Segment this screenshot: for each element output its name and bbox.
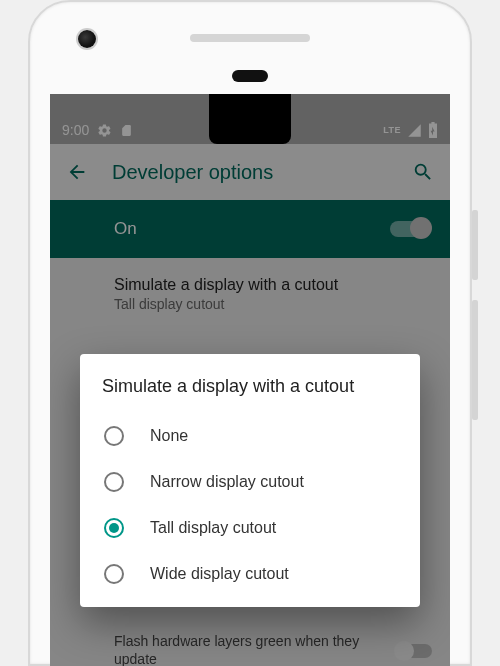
radio-option[interactable]: Tall display cutout [102,505,398,551]
radio-label: Tall display cutout [150,519,276,537]
side-button [472,300,478,420]
device-screen: 9:00 LTE Developer options On [50,94,450,666]
radio-selected-icon [104,518,124,538]
speaker-grille [190,34,310,42]
sensor-pill [232,70,268,82]
radio-label: Narrow display cutout [150,473,304,491]
side-button [472,210,478,280]
dialog-title: Simulate a display with a cutout [102,376,398,397]
front-camera [78,30,96,48]
radio-label: None [150,427,188,445]
radio-option[interactable]: Wide display cutout [102,551,398,597]
radio-icon [104,564,124,584]
radio-icon [104,426,124,446]
radio-option[interactable]: None [102,413,398,459]
radio-option[interactable]: Narrow display cutout [102,459,398,505]
display-notch [209,94,291,144]
cutout-dialog: Simulate a display with a cutout NoneNar… [80,354,420,607]
radio-icon [104,472,124,492]
radio-label: Wide display cutout [150,565,289,583]
